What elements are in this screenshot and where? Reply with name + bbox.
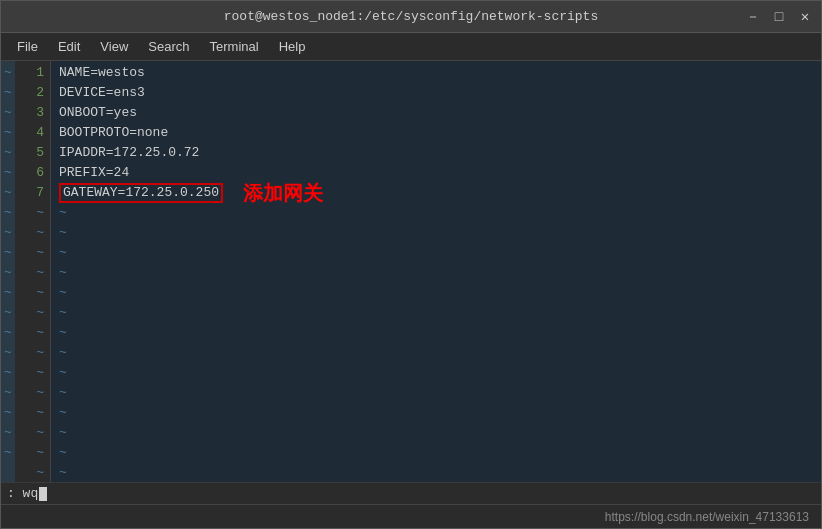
line-num-6: 6 [15,163,50,183]
close-button[interactable]: ✕ [797,8,813,25]
code-line-7: GATEWAY=172.25.0.250 添加网关 [59,183,821,203]
menu-help[interactable]: Help [271,37,314,56]
line-num-3: 3 [15,103,50,123]
tilde-top: ~ [1,63,15,83]
window-title: root@westos_node1:/etc/sysconfig/network… [224,9,598,24]
annotation-text: 添加网关 [243,183,323,203]
line-num-4: 4 [15,123,50,143]
line-num-8: ~ [15,203,50,223]
line-num-5: 5 [15,143,50,163]
terminal-window: root@westos_node1:/etc/sysconfig/network… [0,0,822,529]
code-line-3: ONBOOT=yes [59,103,821,123]
line-num-7: 7 [15,183,50,203]
statusbar: https://blog.csdn.net/weixin_47133613 [1,504,821,528]
maximize-button[interactable]: □ [771,9,787,25]
empty-line-8: ~ [59,203,821,223]
line-numbers: 1 2 3 4 5 6 7 ~ ~ ~ ~ ~ ~ ~ ~ ~ ~ ~ ~ ~ … [15,61,51,482]
gateway-highlighted: GATEWAY=172.25.0.250 [59,183,223,203]
code-line-5: IPADDR=172.25.0.72 [59,143,821,163]
window-controls: － □ ✕ [745,8,813,26]
line-num-1: 1 [15,63,50,83]
left-bar: ~ ~ ~ ~ ~ ~ ~ ~ ~ ~ ~ ~ ~ ~ ~ ~ ~ ~ ~ ~ [1,61,15,482]
menu-view[interactable]: View [92,37,136,56]
code-editor[interactable]: NAME=westos DEVICE=ens3 ONBOOT=yes BOOTP… [51,61,821,482]
menu-search[interactable]: Search [140,37,197,56]
titlebar: root@westos_node1:/etc/sysconfig/network… [1,1,821,33]
code-line-1: NAME=westos [59,63,821,83]
menu-edit[interactable]: Edit [50,37,88,56]
line-num-2: 2 [15,83,50,103]
vim-command: : wq [7,486,38,501]
editor-area[interactable]: ~ ~ ~ ~ ~ ~ ~ ~ ~ ~ ~ ~ ~ ~ ~ ~ ~ ~ ~ ~ … [1,61,821,482]
cursor [39,487,47,501]
menu-file[interactable]: File [9,37,46,56]
status-url: https://blog.csdn.net/weixin_47133613 [605,510,809,524]
minimize-button[interactable]: － [745,8,761,26]
code-line-4: BOOTPROTO=none [59,123,821,143]
code-line-6: PREFIX=24 [59,163,821,183]
code-line-2: DEVICE=ens3 [59,83,821,103]
menubar: File Edit View Search Terminal Help [1,33,821,61]
menu-terminal[interactable]: Terminal [202,37,267,56]
command-line[interactable]: : wq [1,482,821,504]
